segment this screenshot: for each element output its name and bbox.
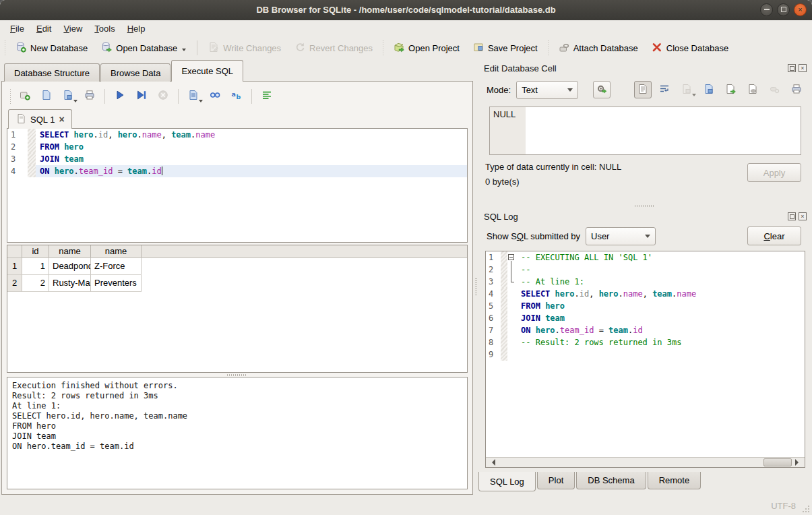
chevron-down-icon <box>645 235 650 241</box>
replace-button[interactable]: ab <box>228 88 245 105</box>
table-cell[interactable]: Rusty-Man <box>49 275 91 292</box>
save-project-button[interactable]: Save Project <box>466 39 544 57</box>
print-sql-button[interactable] <box>81 88 98 105</box>
scrollbar-thumb[interactable] <box>763 458 792 466</box>
text-mode-button[interactable] <box>634 81 652 98</box>
scroll-right-icon[interactable] <box>795 459 802 466</box>
close-database-button[interactable]: Close Database <box>645 39 736 57</box>
column-header-name[interactable]: name <box>49 245 91 258</box>
clear-log-button[interactable]: Clear <box>747 226 801 245</box>
cell-text-area[interactable] <box>526 107 801 154</box>
open-sql-file-button[interactable] <box>38 88 55 105</box>
bottom-tab-remote[interactable]: Remote <box>648 472 701 489</box>
menu-help[interactable]: Help <box>121 22 152 35</box>
format-sql-button[interactable] <box>258 88 276 105</box>
sql-log-panel-header: SQL Log × <box>477 208 812 224</box>
right-pane: Edit Database Cell × Mode: Text NULL Typ… <box>477 59 812 497</box>
menu-view[interactable]: View <box>57 22 88 35</box>
scroll-left-icon[interactable] <box>489 459 495 466</box>
fold-column <box>507 324 517 336</box>
open-external-button[interactable] <box>722 81 739 98</box>
minimize-button[interactable] <box>760 3 773 16</box>
resize-grip[interactable] <box>801 504 809 512</box>
table-cell[interactable]: Z-Force <box>91 258 142 275</box>
maximize-button[interactable] <box>777 3 790 16</box>
print-sql-icon <box>84 90 95 103</box>
menu-tools[interactable]: Tools <box>88 22 121 35</box>
menu-file[interactable]: File <box>4 22 30 35</box>
close-panel-icon[interactable]: × <box>799 64 807 72</box>
tab-execute-sql[interactable]: Execute SQL <box>171 60 243 82</box>
attach-database-icon <box>559 42 569 55</box>
apply-button[interactable]: Apply <box>747 163 801 182</box>
table-cell[interactable]: 1 <box>22 258 49 275</box>
execute-current-line-button[interactable] <box>133 88 150 105</box>
find-button[interactable] <box>206 88 224 105</box>
splitter-cell-log[interactable] <box>477 204 812 208</box>
sql-editor[interactable]: 1SELECT hero.id, hero.name, team.name2FR… <box>7 128 468 243</box>
table-cell[interactable]: Deadpond <box>49 258 91 275</box>
cell-null-indicator: NULL <box>490 107 526 154</box>
open-database-button[interactable]: Open Database <box>94 39 193 57</box>
bottom-tab-db-schema[interactable]: DB Schema <box>576 472 646 489</box>
auto-switch-mode-button <box>596 84 607 96</box>
bottom-tab-sql-log[interactable]: SQL Log <box>478 472 536 491</box>
bottom-tabbar: SQL LogPlotDB SchemaRemote <box>478 472 812 493</box>
toolbar-button-label: Revert Changes <box>309 43 373 53</box>
open-database-icon <box>101 42 112 55</box>
execute-all-button[interactable] <box>111 88 129 105</box>
bottom-tab-plot[interactable]: Plot <box>537 472 575 489</box>
new-sql-tab-button[interactable] <box>16 88 34 105</box>
splitter-handle <box>227 374 247 376</box>
link-button[interactable] <box>744 81 761 98</box>
save-results-button[interactable] <box>185 88 202 105</box>
chevron-down-icon <box>567 88 573 94</box>
open-project-button[interactable]: Open Project <box>387 39 466 57</box>
left-pane: Database StructureBrowse DataExecute SQL… <box>0 59 474 497</box>
execution-output[interactable]: Execution finished without errors.Result… <box>7 377 468 489</box>
dropdown-caret-icon[interactable] <box>199 100 203 104</box>
line-number: 1 <box>486 251 501 264</box>
sql-file-tab[interactable]: SQL 1 × <box>8 109 72 129</box>
table-cell[interactable]: Preventers <box>91 275 142 292</box>
toolbar-button-label: Open Project <box>408 43 460 53</box>
titlebar[interactable]: DB Browser for SQLite - /home/user/code/… <box>0 0 812 20</box>
toolbar-button-label: Save Project <box>488 43 538 53</box>
fold-marker-icon[interactable] <box>508 254 514 260</box>
column-header-name[interactable]: name <box>91 245 142 258</box>
log-horizontal-scrollbar[interactable] <box>486 457 805 467</box>
tab-database-structure[interactable]: Database Structure <box>4 63 100 82</box>
word-wrap-button[interactable] <box>656 81 673 98</box>
close-sql-tab-icon[interactable]: × <box>59 114 64 125</box>
line-number: 8 <box>486 336 501 349</box>
auto-switch-mode-button[interactable] <box>593 81 611 98</box>
table-cell[interactable]: 2 <box>22 275 49 292</box>
cell-content-editor[interactable]: NULL <box>489 107 801 155</box>
tab-browse-data[interactable]: Browse Data <box>100 63 170 82</box>
mode-select[interactable]: Text <box>516 81 578 99</box>
float-panel-icon[interactable] <box>788 212 796 220</box>
fold-column[interactable] <box>507 251 517 264</box>
sql-log-panel-title: SQL Log <box>484 212 518 222</box>
column-header-id[interactable]: id <box>22 245 49 258</box>
row-header[interactable]: 1 <box>7 258 22 275</box>
splitter-results-output[interactable] <box>7 373 468 377</box>
dropdown-caret-icon[interactable] <box>73 100 77 104</box>
print-cell-button[interactable] <box>788 81 805 98</box>
new-database-button[interactable]: New Database <box>9 39 94 57</box>
close-button[interactable]: × <box>794 3 807 16</box>
results-grid[interactable]: idnamename11DeadpondZ-Force22Rusty-ManPr… <box>7 245 468 373</box>
sql-log-view[interactable]: 1-- EXECUTING ALL IN 'SQL 1'2--3-- At li… <box>485 251 805 468</box>
execute-all-icon <box>115 90 125 103</box>
save-sql-file-button[interactable] <box>59 88 77 105</box>
dropdown-caret-icon[interactable] <box>692 94 696 98</box>
dropdown-caret-icon[interactable] <box>182 49 186 53</box>
menu-edit[interactable]: Edit <box>30 22 57 35</box>
close-panel-icon[interactable]: × <box>799 212 807 220</box>
float-panel-icon[interactable] <box>788 64 796 72</box>
attach-database-button[interactable]: Attach Database <box>552 39 645 57</box>
export-data-button[interactable] <box>700 81 718 98</box>
gutter-margin <box>501 324 507 336</box>
row-header[interactable]: 2 <box>7 275 22 292</box>
sql-log-filter-select[interactable]: User <box>586 227 656 245</box>
